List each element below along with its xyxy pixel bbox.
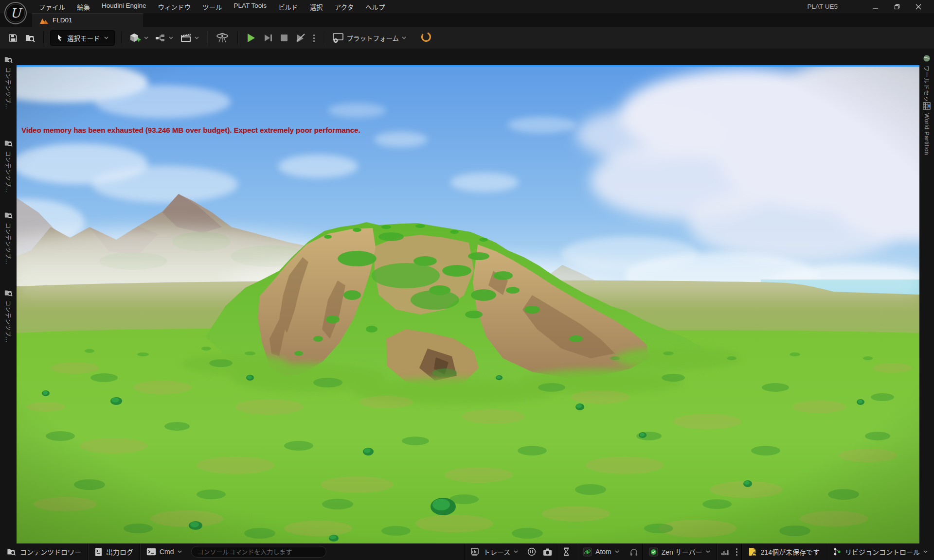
chevron-down-icon bbox=[923, 550, 928, 553]
content-browser-icon bbox=[4, 211, 13, 219]
dock-tab-world-settings[interactable]: ワールドセッ... bbox=[919, 54, 934, 108]
toolbar-separator bbox=[207, 32, 207, 44]
menu-tools[interactable]: ツール bbox=[197, 0, 228, 14]
frame-advance-button[interactable] bbox=[260, 30, 276, 46]
hourglass-icon bbox=[563, 547, 570, 556]
cinematics-dropdown[interactable] bbox=[177, 30, 202, 46]
browse-content-button[interactable] bbox=[21, 30, 39, 46]
stop-icon bbox=[280, 34, 288, 42]
menu-build[interactable]: ビルド bbox=[272, 0, 304, 14]
trace-icon bbox=[471, 548, 480, 556]
headphones-icon bbox=[629, 548, 638, 556]
add-actor-dropdown[interactable] bbox=[126, 30, 152, 46]
menu-plat-tools[interactable]: PLAT Tools bbox=[228, 0, 273, 14]
dock-tab-label: コンテンツブ... bbox=[4, 67, 13, 109]
unsaved-label: 214個が未保存です bbox=[761, 547, 820, 557]
dock-tab-label: World Partition bbox=[923, 113, 930, 155]
selection-cursor-icon bbox=[56, 34, 63, 42]
profile-pause-button[interactable] bbox=[524, 543, 539, 560]
tab-label: FLD01 bbox=[53, 17, 72, 24]
status-bar: コンテンツドロワー 出力ログ Cmd トレース bbox=[0, 543, 934, 560]
browse-icon bbox=[25, 33, 36, 43]
toolbar-separator bbox=[237, 32, 238, 44]
revision-control-dropdown[interactable]: リビジョンコントロール bbox=[826, 543, 934, 560]
blueprint-icon bbox=[155, 34, 166, 42]
zen-server-dropdown[interactable]: Zen サーバー bbox=[643, 543, 717, 560]
add-actor-icon bbox=[129, 33, 141, 43]
chevron-down-icon bbox=[144, 36, 148, 39]
pending-tasks-button[interactable] bbox=[557, 543, 576, 560]
minimize-icon[interactable] bbox=[865, 0, 886, 13]
atom-dropdown[interactable]: Atom bbox=[576, 543, 626, 560]
menu-edit[interactable]: 編集 bbox=[71, 0, 96, 14]
play-button[interactable] bbox=[242, 30, 260, 46]
main-toolbar: 選択モード bbox=[0, 27, 934, 49]
dock-tab-content-browser-2[interactable]: コンテンツブ... bbox=[0, 139, 17, 193]
chevron-down-icon bbox=[615, 550, 619, 553]
unreal-engine-logo-icon: U bbox=[4, 1, 27, 25]
output-log-button[interactable]: 出力ログ bbox=[88, 543, 140, 560]
plat-ufo-icon bbox=[215, 32, 230, 44]
content-browser-icon bbox=[4, 55, 13, 64]
atom-icon bbox=[583, 547, 592, 557]
cmd-dropdown[interactable]: Cmd bbox=[140, 543, 188, 560]
asset-tab-bar: FLD01 bbox=[0, 13, 934, 27]
main-menu: ファイル 編集 Houdini Engine ウィンドウ ツール PLAT To… bbox=[33, 0, 391, 14]
close-icon[interactable] bbox=[908, 0, 929, 13]
content-browser-icon bbox=[4, 289, 13, 297]
menu-window[interactable]: ウィンドウ bbox=[152, 0, 197, 14]
landscape-render bbox=[17, 67, 919, 543]
menu-actor[interactable]: アクタ bbox=[329, 0, 359, 14]
plat-ufo-button[interactable] bbox=[212, 29, 233, 47]
content-drawer-button[interactable]: コンテンツドロワー bbox=[0, 543, 88, 560]
zen-server-icon bbox=[649, 547, 658, 557]
level-tab-icon bbox=[40, 17, 48, 24]
audio-muted-button[interactable] bbox=[626, 543, 642, 560]
tab-level-fld01[interactable]: FLD01 bbox=[32, 13, 143, 27]
console-command-input[interactable] bbox=[191, 546, 326, 558]
dock-tab-world-partition[interactable]: World Partition bbox=[919, 102, 934, 155]
world-settings-icon bbox=[923, 54, 931, 62]
play-icon bbox=[246, 33, 256, 43]
revision-control-label: リビジョンコントロール bbox=[845, 547, 920, 557]
content-drawer-icon bbox=[6, 547, 17, 556]
dock-tab-content-browser-1[interactable]: コンテンツブ... bbox=[0, 55, 17, 109]
platform-dropdown[interactable]: プラットフォーム bbox=[328, 30, 410, 46]
dock-tab-content-browser-3[interactable]: コンテンツブ... bbox=[0, 211, 17, 265]
stats-button[interactable] bbox=[717, 543, 732, 560]
menu-file[interactable]: ファイル bbox=[33, 0, 71, 14]
unsaved-warning-icon bbox=[748, 547, 757, 556]
menu-select[interactable]: 選択 bbox=[304, 0, 329, 14]
dock-tab-label: コンテンツブ... bbox=[4, 223, 13, 265]
platform-label: プラットフォーム bbox=[347, 33, 399, 43]
restore-icon[interactable] bbox=[886, 0, 908, 13]
selection-mode-dropdown[interactable]: 選択モード bbox=[50, 30, 115, 46]
mini-chart-icon bbox=[720, 548, 729, 556]
viewport-3d-scene[interactable]: Video memory has been exhausted (93.246 … bbox=[17, 67, 919, 543]
left-dock: コンテンツブ... コンテンツブ... コンテンツブ... コンテンツブ... bbox=[0, 52, 17, 543]
screenshot-button[interactable] bbox=[539, 543, 556, 560]
trace-dropdown[interactable]: トレース bbox=[465, 543, 524, 560]
status-options-menu[interactable] bbox=[732, 546, 741, 558]
platform-icon bbox=[331, 33, 344, 43]
menu-help[interactable]: ヘルプ bbox=[359, 0, 391, 14]
play-options-menu[interactable] bbox=[309, 33, 319, 44]
loading-spinner bbox=[420, 31, 432, 45]
save-button[interactable] bbox=[5, 30, 21, 46]
viewport-focus-border bbox=[17, 65, 919, 67]
toolbar-separator bbox=[43, 32, 44, 44]
right-dock: ワールドセッ... World Partition bbox=[919, 52, 934, 543]
selection-mode-label: 選択モード bbox=[67, 33, 100, 43]
output-log-label: 出力ログ bbox=[106, 547, 133, 557]
chevron-down-icon bbox=[195, 36, 199, 39]
blueprints-dropdown[interactable] bbox=[152, 31, 177, 45]
video-memory-warning: Video memory has been exhausted (93.246 … bbox=[21, 126, 360, 134]
atom-label: Atom bbox=[595, 548, 611, 556]
menu-houdini-engine[interactable]: Houdini Engine bbox=[96, 0, 152, 14]
dock-tab-content-browser-4[interactable]: コンテンツブ... bbox=[0, 289, 17, 343]
unsaved-changes-button[interactable]: 214個が未保存です bbox=[742, 543, 826, 560]
terminal-icon bbox=[146, 548, 156, 556]
title-bar: ファイル 編集 Houdini Engine ウィンドウ ツール PLAT To… bbox=[0, 0, 934, 13]
eject-button[interactable] bbox=[292, 30, 309, 46]
stop-button[interactable] bbox=[276, 31, 292, 45]
